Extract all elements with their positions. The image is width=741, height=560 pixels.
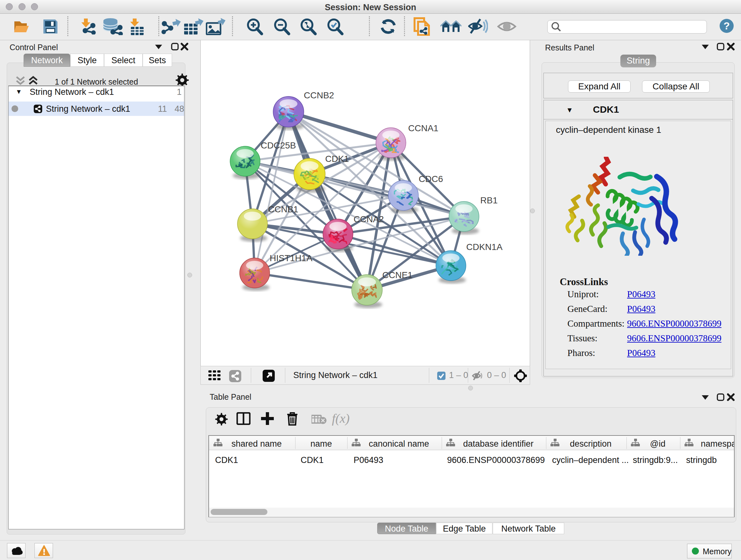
svg-text:CCNA2: CCNA2: [354, 214, 384, 224]
svg-text:RB1: RB1: [480, 195, 497, 205]
svg-text:CCNE1: CCNE1: [382, 270, 413, 280]
svg-text:CCNB1: CCNB1: [268, 204, 298, 214]
svg-text:CCNB2: CCNB2: [304, 90, 334, 100]
svg-text:CDC6: CDC6: [419, 174, 443, 184]
svg-text:CDK1: CDK1: [325, 154, 349, 164]
svg-text:?: ?: [724, 20, 730, 32]
svg-text:CDKN1A: CDKN1A: [466, 242, 502, 252]
svg-text:HIST1H1A: HIST1H1A: [270, 253, 313, 263]
svg-text:CCNA1: CCNA1: [408, 123, 439, 133]
svg-text:CDC25B: CDC25B: [261, 140, 296, 150]
